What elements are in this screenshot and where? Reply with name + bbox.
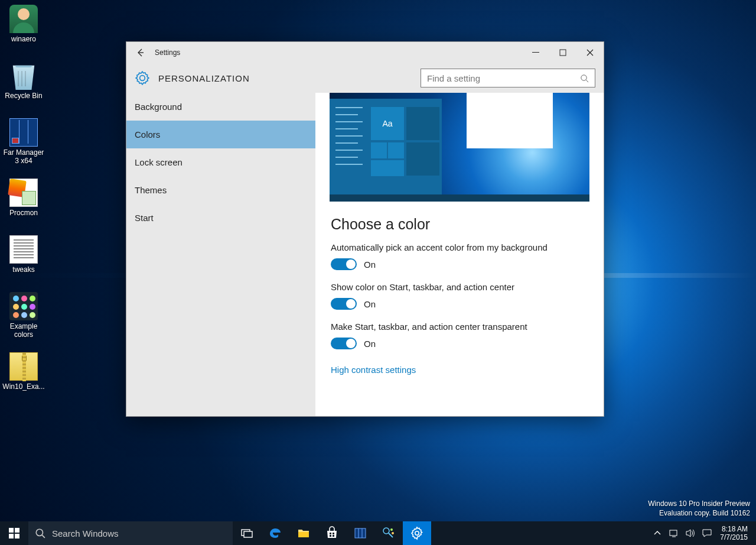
- icon-label: Win10_Exa...: [1, 382, 46, 391]
- settings-body: Background Colors Lock screen Themes Sta…: [126, 93, 604, 416]
- sidebar-item-background[interactable]: Background: [126, 93, 315, 121]
- search-icon: [580, 74, 589, 83]
- theme-file-icon: [9, 292, 38, 320]
- sidebar-item-lock-screen[interactable]: Lock screen: [126, 148, 315, 176]
- watermark-line1: Windows 10 Pro Insider Preview: [648, 499, 750, 508]
- clock-time: 8:18 AM: [720, 525, 748, 533]
- sidebar-item-label: Themes: [135, 185, 167, 195]
- svg-point-17: [383, 528, 389, 534]
- window-controls: [522, 42, 604, 63]
- taskbar-search-input[interactable]: Search Windows: [28, 521, 233, 545]
- settings-content: Aa Choose a color Automatically pick an …: [315, 93, 604, 416]
- svg-rect-1: [560, 50, 566, 56]
- toggle-transparency[interactable]: [331, 338, 357, 349]
- far-manager-icon: [9, 118, 38, 147]
- sidebar-item-label: Colors: [135, 129, 160, 140]
- icon-label: Recycle Bin: [1, 92, 46, 100]
- svg-rect-6: [15, 534, 19, 538]
- setting-label: Show color on Start, taskbar, and action…: [331, 282, 588, 292]
- section-heading: Choose a color: [331, 216, 588, 233]
- maximize-button[interactable]: [549, 42, 576, 63]
- close-icon: [586, 49, 594, 56]
- maximize-icon: [559, 49, 566, 56]
- toggle-show-color[interactable]: [331, 298, 357, 310]
- tray-action-center-button[interactable]: [699, 521, 715, 545]
- toggle-auto-accent[interactable]: [331, 258, 357, 270]
- taskbar-app-far-manager[interactable]: [346, 521, 374, 545]
- svg-rect-9: [244, 531, 252, 537]
- close-button[interactable]: [576, 42, 604, 63]
- toggle-state: On: [364, 299, 376, 309]
- svg-point-18: [390, 528, 393, 531]
- sidebar-item-themes[interactable]: Themes: [126, 176, 315, 204]
- titlebar[interactable]: Settings: [126, 42, 604, 63]
- svg-rect-0: [532, 52, 539, 53]
- sidebar-item-start[interactable]: Start: [126, 204, 315, 232]
- network-icon: [669, 528, 679, 538]
- tray-network-button[interactable]: [666, 521, 682, 545]
- high-contrast-link[interactable]: High contrast settings: [331, 365, 416, 375]
- setting-show-color: Show color on Start, taskbar, and action…: [331, 282, 588, 310]
- task-view-icon: [240, 526, 254, 540]
- desktop-icon-winaero[interactable]: winaero: [1, 5, 46, 43]
- taskbar-app-procmon[interactable]: [374, 521, 403, 545]
- preview-taskbar: [330, 194, 589, 202]
- category-title: PERSONALIZATION: [158, 73, 250, 83]
- back-button[interactable]: [126, 48, 155, 57]
- taskbar-app-settings[interactable]: [403, 521, 431, 545]
- desktop-icon-recycle-bin[interactable]: Recycle Bin: [1, 61, 46, 100]
- tray-overflow-button[interactable]: [649, 521, 666, 545]
- search-icon: [28, 528, 52, 538]
- svg-rect-14: [355, 528, 366, 538]
- svg-rect-12: [330, 535, 331, 537]
- settings-search-input[interactable]: Find a setting: [421, 69, 595, 87]
- svg-point-20: [415, 531, 419, 535]
- arrow-left-icon: [136, 48, 145, 57]
- user-icon: [9, 5, 38, 33]
- gear-icon: [135, 70, 150, 86]
- tray-volume-button[interactable]: [682, 521, 699, 545]
- procmon-icon: [9, 179, 38, 207]
- desktop-icon-far-manager[interactable]: Far Manager 3 x64: [1, 118, 46, 165]
- minimize-button[interactable]: [522, 42, 549, 63]
- windows-watermark: Windows 10 Pro Insider Preview Evaluatio…: [648, 499, 750, 518]
- svg-point-2: [581, 74, 586, 80]
- windows-logo-icon: [7, 526, 21, 540]
- desktop-icon-example-colors[interactable]: Example colors: [1, 292, 46, 339]
- window-title: Settings: [155, 48, 180, 57]
- setting-auto-accent: Automatically pick an accent color from …: [331, 242, 588, 270]
- svg-point-19: [392, 532, 394, 534]
- setting-label: Automatically pick an accent color from …: [331, 242, 588, 252]
- icon-label: Far Manager 3 x64: [1, 148, 46, 165]
- toggle-state: On: [364, 259, 376, 270]
- preview-sample-tile: Aa: [371, 107, 404, 140]
- preview-window: [467, 93, 553, 148]
- svg-rect-21: [670, 530, 677, 536]
- taskbar-app-explorer[interactable]: [289, 521, 318, 545]
- gear-icon: [410, 526, 424, 540]
- taskbar-app-edge[interactable]: [261, 521, 289, 545]
- taskbar-app-store[interactable]: [318, 521, 346, 545]
- start-button[interactable]: [0, 521, 28, 545]
- taskbar-clock[interactable]: 8:18 AM 7/7/2015: [715, 525, 752, 541]
- desktop[interactable]: winaero Recycle Bin Far Manager 3 x64 Pr…: [0, 0, 756, 545]
- svg-point-7: [36, 529, 43, 536]
- store-icon: [325, 526, 339, 540]
- watermark-line2: Evaluation copy. Build 10162: [648, 508, 750, 518]
- system-tray: 8:18 AM 7/7/2015: [649, 521, 756, 545]
- svg-rect-10: [330, 533, 331, 534]
- desktop-icon-win10-exa[interactable]: Win10_Exa...: [1, 352, 46, 391]
- color-preview: Aa: [330, 93, 589, 202]
- minimize-icon: [532, 49, 539, 56]
- svg-rect-5: [9, 534, 14, 538]
- sidebar-item-label: Lock screen: [135, 157, 183, 167]
- svg-rect-3: [9, 528, 14, 533]
- desktop-icon-tweaks[interactable]: tweaks: [1, 235, 46, 274]
- svg-rect-4: [15, 528, 19, 533]
- desktop-icon-procmon[interactable]: Procmon: [1, 179, 46, 217]
- settings-window: Settings PERSONALIZATION Find a setting …: [126, 41, 604, 417]
- task-view-button[interactable]: [233, 521, 261, 545]
- clock-date: 7/7/2015: [720, 533, 748, 541]
- svg-rect-11: [333, 533, 334, 534]
- sidebar-item-colors[interactable]: Colors: [126, 121, 315, 148]
